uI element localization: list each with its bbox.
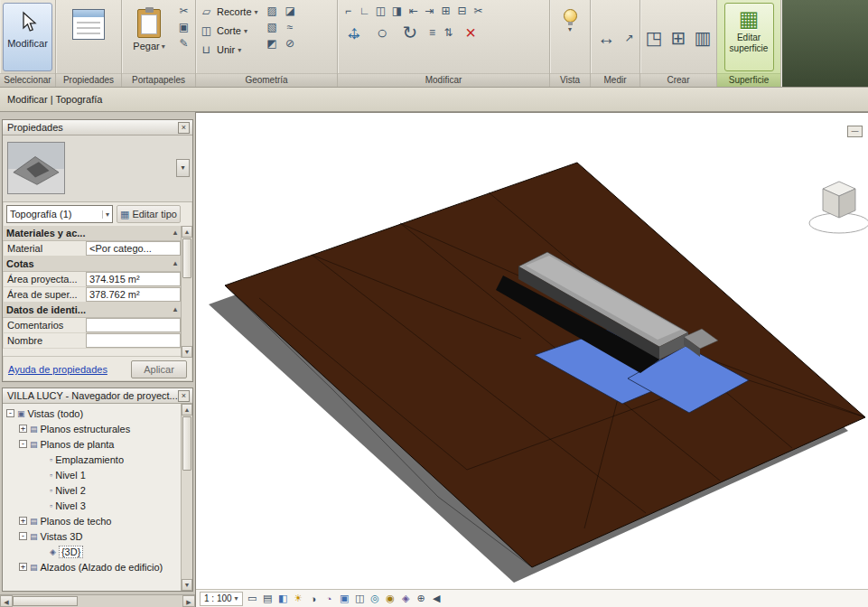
move-icon[interactable]: ↔↕ [341, 20, 368, 45]
reveal-hidden-icon[interactable]: ◉ [384, 592, 397, 605]
view-lightbulb-button[interactable]: ▾ [555, 3, 585, 71]
tree-item-vistas-3d[interactable]: -▤Vistas 3D [3, 528, 181, 544]
section-dimensions[interactable]: Cotas▴ [3, 257, 181, 272]
offset-icon[interactable]: ∟ [357, 3, 372, 18]
tree-item-emplazamiento[interactable]: ▫Emplazamiento [3, 452, 181, 467]
detail-level-icon[interactable]: ▤ [261, 592, 275, 605]
delete-icon[interactable]: × [457, 20, 484, 45]
beam-joins-icon[interactable]: ≈ [283, 19, 298, 34]
show-crop-icon[interactable]: ◫ [353, 592, 367, 605]
scroll-up-icon[interactable]: ▲ [182, 226, 192, 238]
split-gap-icon[interactable]: ⇥ [422, 3, 437, 18]
scroll-up-icon[interactable]: ▲ [182, 404, 192, 416]
scale-icon[interactable]: ⊟ [454, 3, 470, 18]
visual-style-icon[interactable]: ◧ [276, 592, 290, 605]
align-icon[interactable]: ⌐ [341, 3, 356, 18]
scrollbar-thumb[interactable] [182, 416, 191, 471]
scroll-left-icon[interactable]: ◀ [430, 592, 443, 605]
modify-button[interactable]: Modificar [3, 3, 52, 71]
create-similar-icon[interactable]: ◳ [643, 25, 665, 51]
panel-label-modificar[interactable]: Modificar [338, 73, 549, 87]
trim-icon[interactable]: ✂ [471, 3, 486, 18]
scrollbar-thumb[interactable] [13, 596, 78, 606]
cut-geometry-icon[interactable]: ▧ [265, 19, 280, 34]
tree-item-nivel-3[interactable]: ▫Nivel 3 [3, 498, 181, 513]
pin-icon[interactable]: ≡ [425, 25, 440, 41]
measure-icon[interactable]: ↔ [593, 25, 620, 51]
name-value-field[interactable] [86, 333, 181, 348]
panel-label-geometria[interactable]: Geometría [196, 73, 337, 87]
panel-label-superficie[interactable]: Superficie [717, 73, 780, 87]
scroll-down-icon[interactable]: ▼ [182, 346, 192, 358]
browser-scrollbar[interactable]: ▲ ▼ [181, 404, 192, 591]
scrollbar-thumb[interactable] [182, 238, 191, 278]
tree-item-planos-de-planta[interactable]: -▤Planos de planta [3, 436, 181, 452]
tree-toggle[interactable]: + [19, 425, 27, 433]
properties-scrollbar[interactable]: ▲ ▼ [181, 226, 192, 358]
project-browser-title-bar[interactable]: VILLA LUCY - Navegador de proyect... × [3, 388, 192, 404]
properties-title-bar[interactable]: Propiedades × [3, 120, 192, 135]
render-icon[interactable]: ◔ [322, 592, 336, 605]
cut-button[interactable]: ◫ Corte ▾ [199, 22, 258, 40]
tree-item-planos-estructurales[interactable]: +▤Planos estructurales [3, 421, 181, 436]
create-group-icon[interactable]: ⊞ [667, 25, 689, 51]
split-element-icon[interactable]: ⇤ [406, 3, 421, 18]
close-icon[interactable]: × [178, 390, 190, 402]
panel-label-medir[interactable]: Medir [591, 73, 639, 87]
edit-type-button[interactable]: ▦ Editar tipo [117, 205, 181, 223]
panel-label-propiedades[interactable]: Propiedades [56, 73, 121, 87]
drawing-area[interactable]: — 1 : 100 ▾ ▭▤◧☀◑◔▣◫◎◉◈⊕◀ [195, 112, 868, 607]
comments-value-field[interactable] [86, 318, 181, 332]
tree-item-nivel-2[interactable]: ▫Nivel 2 [3, 482, 181, 498]
cut-icon[interactable]: ✂ [176, 3, 191, 18]
panel-label-vista[interactable]: Vista [550, 73, 590, 87]
tree-item-alzados[interactable]: +▤Alzados (Alzado de edificio) [3, 559, 181, 574]
material-value-field[interactable]: <Por catego... [86, 241, 181, 256]
panel-label-seleccionar[interactable]: Seleccionar [0, 73, 55, 87]
array-icon[interactable]: ⊞ [438, 3, 453, 18]
measure-angle-icon[interactable]: ↗ [622, 31, 637, 46]
edit-surface-button[interactable]: ▦ Editar superficie [724, 3, 774, 71]
temporary-hide-icon[interactable]: ◎ [369, 592, 382, 605]
join-geometry-icon[interactable]: ◩ [265, 35, 280, 51]
panel-label-portapapeles[interactable]: Portapapeles [122, 73, 195, 87]
tree-toggle[interactable]: - [6, 409, 14, 417]
rotate-icon[interactable]: ↻ [397, 20, 424, 45]
mirror-axis-icon[interactable]: ◫ [373, 3, 388, 18]
tree-toggle[interactable]: + [19, 563, 27, 571]
tree-item-nivel-1[interactable]: ▫Nivel 1 [3, 467, 181, 482]
copy-to-clipboard-icon[interactable]: ▣ [176, 19, 191, 34]
type-selector-dropdown-icon[interactable]: ▾ [176, 159, 190, 177]
scroll-left-icon[interactable]: ◀ [0, 595, 13, 607]
apply-button[interactable]: Aplicar [131, 360, 187, 378]
cope-button[interactable]: ▱ Recorte ▾ [199, 3, 258, 21]
create-assembly-icon[interactable]: ▥ [692, 25, 714, 51]
join-button[interactable]: ⊔ Unir ▾ [199, 41, 258, 59]
type-selector-combo[interactable]: Topografía (1) ▾ [6, 205, 113, 223]
crop-region-icon[interactable]: ▣ [338, 592, 351, 605]
section-identity-data[interactable]: Datos de identi...▴ [3, 303, 181, 318]
tree-item-vistas-todo[interactable]: -▣Vistas (todo) [3, 406, 181, 421]
view-cube[interactable] [809, 182, 868, 233]
shadows-icon[interactable]: ◑ [307, 592, 321, 605]
properties-help-link[interactable]: Ayuda de propiedades [8, 364, 107, 375]
tree-toggle[interactable]: - [19, 440, 27, 448]
properties-button[interactable] [64, 3, 113, 71]
paste-button[interactable]: Pegar▾ [125, 3, 173, 71]
view-minimize-button[interactable]: — [847, 126, 863, 137]
apply-coping-icon[interactable]: ▨ [265, 3, 280, 18]
toposurface[interactable] [225, 163, 865, 567]
close-icon[interactable]: × [178, 122, 190, 134]
unpin-icon[interactable]: ⇅ [441, 25, 456, 41]
mirror-draw-icon[interactable]: ◨ [389, 3, 405, 18]
tree-item-3d-view[interactable]: ◈{3D} [3, 544, 181, 559]
3d-topography-view[interactable] [196, 113, 868, 590]
scrollbar-track[interactable] [78, 595, 182, 607]
section-materials[interactable]: Materiales y ac...▴ [3, 226, 181, 241]
tree-toggle[interactable]: + [19, 517, 27, 525]
tree-item-planos-de-techo[interactable]: +▤Planos de techo [3, 513, 181, 528]
temporary-view-icon[interactable]: ◈ [399, 592, 413, 605]
analysis-icon[interactable]: ⊕ [415, 592, 428, 605]
panel-label-crear[interactable]: Crear [640, 73, 716, 87]
tree-toggle[interactable]: - [19, 532, 27, 540]
